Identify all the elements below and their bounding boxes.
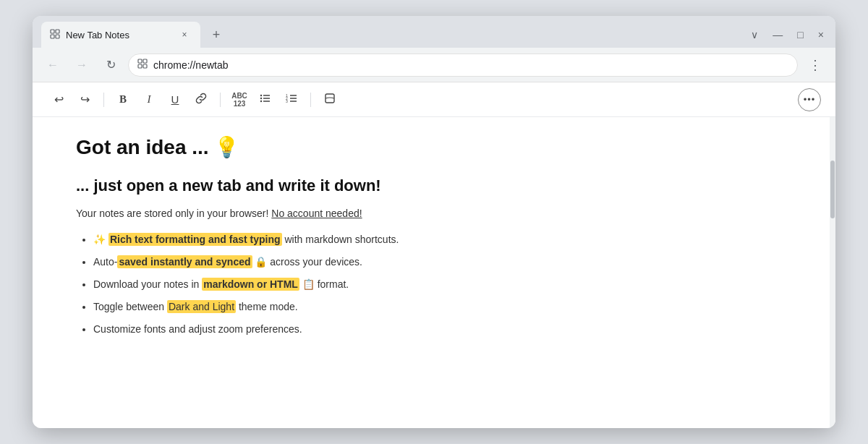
item-highlight-3: markdown or HTML bbox=[202, 278, 299, 291]
svg-rect-3 bbox=[56, 35, 59, 38]
svg-rect-2 bbox=[51, 35, 54, 38]
tab-close-button[interactable]: × bbox=[177, 27, 192, 42]
svg-point-9 bbox=[260, 97, 262, 98]
italic-button[interactable]: I bbox=[137, 88, 161, 111]
close-button[interactable]: × bbox=[818, 29, 824, 40]
list-item: Toggle between Dark and Light theme mode… bbox=[93, 299, 778, 315]
crop-button[interactable] bbox=[318, 88, 341, 111]
svg-rect-7 bbox=[143, 64, 147, 68]
title-bar: New Tab Notes × + ∨ — □ × bbox=[33, 16, 835, 48]
svg-rect-6 bbox=[138, 64, 142, 68]
undo-icon: ↩ bbox=[54, 93, 64, 106]
item-highlight-4: Dark and Light bbox=[167, 300, 236, 313]
link-icon bbox=[195, 92, 208, 108]
new-tab-button[interactable]: + bbox=[203, 22, 229, 48]
item-emoji-3: 📋 bbox=[299, 278, 315, 290]
item-text-5: Customize fonts and adjust zoom preferen… bbox=[93, 323, 302, 335]
numbered-list-icon: 1 2 3 bbox=[285, 92, 298, 108]
more-options-icon: ••• bbox=[804, 94, 816, 105]
tab-favicon-icon bbox=[50, 29, 60, 41]
underline-icon: U bbox=[171, 93, 179, 106]
toolbar-divider-1 bbox=[103, 93, 104, 107]
toolbar-divider-2 bbox=[220, 93, 221, 107]
maximize-button[interactable]: □ bbox=[797, 29, 803, 40]
bullet-list-icon bbox=[259, 92, 272, 108]
no-account-link[interactable]: No account needed! bbox=[271, 208, 362, 219]
list-item: Download your notes in markdown or HTML … bbox=[93, 277, 778, 292]
bold-button[interactable]: B bbox=[111, 88, 135, 111]
item-emoji-1: ✨ bbox=[93, 234, 109, 245]
tab-title: New Tab Notes bbox=[66, 30, 171, 40]
svg-point-8 bbox=[260, 94, 262, 95]
svg-rect-0 bbox=[51, 30, 54, 33]
address-favicon-icon bbox=[137, 59, 148, 71]
more-options-button[interactable]: ••• bbox=[798, 88, 821, 111]
window-controls: ∨ — □ × bbox=[739, 22, 835, 48]
item-emoji-2: 🔒 bbox=[252, 256, 268, 268]
svg-rect-4 bbox=[138, 59, 142, 63]
svg-rect-5 bbox=[143, 59, 147, 63]
tab-strip: New Tab Notes × + bbox=[33, 22, 739, 48]
link-button[interactable] bbox=[190, 88, 213, 111]
editor-area: Got an idea ... 💡 ... just open a new ta… bbox=[33, 117, 835, 428]
intro-text: Your notes are stored only in your brows… bbox=[76, 208, 778, 219]
italic-icon: I bbox=[148, 93, 151, 106]
browser-menu-button[interactable]: ⋮ bbox=[804, 54, 827, 77]
item-suffix-1: with markdown shortcuts. bbox=[282, 234, 399, 245]
item-highlight-2: saved instantly and synced bbox=[117, 255, 252, 268]
address-bar[interactable]: chrome://newtab bbox=[128, 54, 798, 77]
list-item: Customize fonts and adjust zoom preferen… bbox=[93, 322, 778, 337]
active-tab[interactable]: New Tab Notes × bbox=[41, 22, 200, 48]
browser-window: New Tab Notes × + ∨ — □ × ← → ↻ bbox=[33, 16, 835, 428]
undo-button[interactable]: ↩ bbox=[47, 88, 70, 111]
minimize-button[interactable]: — bbox=[773, 29, 783, 40]
chevron-down-icon[interactable]: ∨ bbox=[751, 29, 758, 40]
item-highlight-1: Rich text formatting and fast typing bbox=[109, 233, 282, 246]
svg-point-10 bbox=[260, 100, 262, 101]
svg-rect-1 bbox=[56, 30, 59, 33]
redo-icon: ↪ bbox=[80, 93, 90, 106]
scrollbar[interactable] bbox=[830, 117, 835, 428]
heading-1: Got an idea ... 💡 bbox=[76, 135, 778, 161]
bold-icon: B bbox=[119, 93, 127, 106]
editor-toolbar: ↩ ↪ B I U ABC123 bbox=[33, 82, 835, 117]
spellcheck-button[interactable]: ABC123 bbox=[228, 88, 251, 111]
list-item: Auto-saved instantly and synced 🔒 across… bbox=[93, 255, 778, 270]
spellcheck-icon: ABC123 bbox=[231, 92, 247, 108]
scrollbar-thumb[interactable] bbox=[830, 161, 835, 218]
nav-bar: ← → ↻ chrome://newtab ⋮ bbox=[33, 48, 835, 82]
toolbar-divider-3 bbox=[310, 93, 311, 107]
underline-button[interactable]: U bbox=[163, 88, 187, 111]
url-text: chrome://newtab bbox=[153, 59, 788, 71]
feature-list: ✨ Rich text formatting and fast typing w… bbox=[76, 232, 778, 337]
bullet-list-button[interactable] bbox=[254, 88, 277, 111]
editor-content[interactable]: Got an idea ... 💡 ... just open a new ta… bbox=[33, 117, 835, 428]
forward-button[interactable]: → bbox=[70, 54, 93, 77]
list-item: ✨ Rich text formatting and fast typing w… bbox=[93, 232, 778, 247]
reload-button[interactable]: ↻ bbox=[99, 54, 122, 77]
redo-button[interactable]: ↪ bbox=[73, 88, 96, 111]
svg-text:3: 3 bbox=[286, 99, 288, 103]
crop-icon bbox=[323, 92, 336, 108]
back-button[interactable]: ← bbox=[41, 54, 64, 77]
numbered-list-button[interactable]: 1 2 3 bbox=[280, 88, 303, 111]
heading-2: ... just open a new tab and write it dow… bbox=[76, 175, 778, 197]
